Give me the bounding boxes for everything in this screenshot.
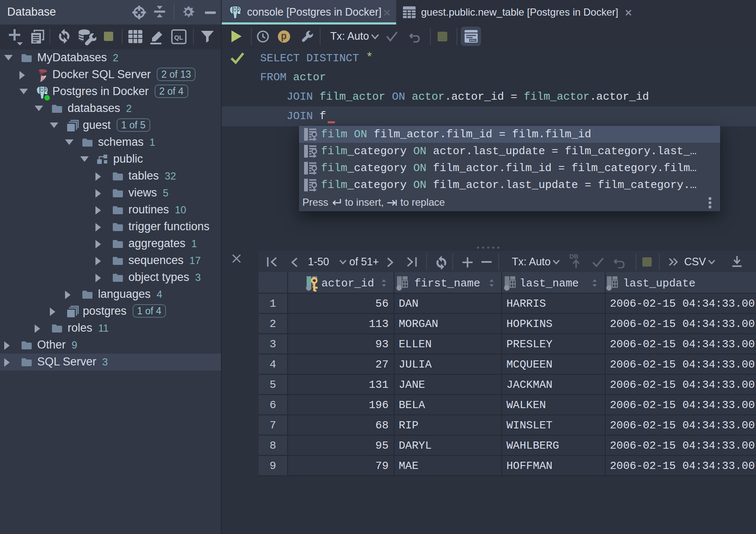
svg-text:QL: QL: [174, 34, 183, 41]
